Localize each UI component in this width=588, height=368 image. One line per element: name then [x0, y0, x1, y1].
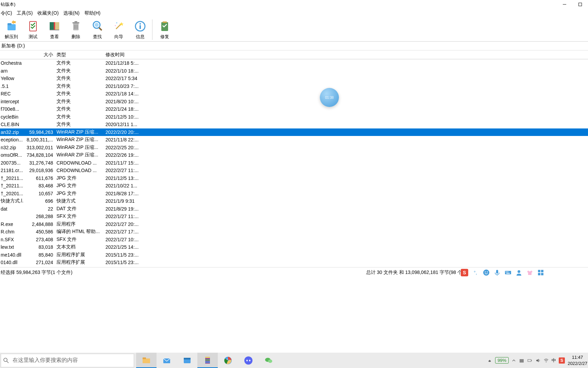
file-row[interactable]: .5.1文件夹2021/10/23 7:...: [0, 82, 588, 90]
task-explorer[interactable]: [136, 353, 157, 368]
status-left: 经选择 59,984,263 字节(1 个文件): [1, 270, 72, 276]
keyboard-icon[interactable]: [504, 269, 512, 276]
file-date: 2021/10/23 7:...: [104, 83, 145, 89]
file-size: 611,676: [24, 175, 55, 181]
status-bar: 经选择 59,984,263 字节(1 个文件) 总计 30 文件夹 和 13,…: [0, 267, 588, 277]
wifi-icon[interactable]: [543, 358, 549, 363]
file-row[interactable]: CLE.BIN文件夹2020/12/11 1...: [0, 121, 588, 128]
ime-indicator[interactable]: 中: [552, 357, 556, 364]
file-type: JPG 文件: [55, 175, 104, 181]
file-row[interactable]: f700e8...文件夹2022/1/24 18:...: [0, 105, 588, 113]
menu-options[interactable]: 选项(N): [63, 10, 79, 16]
file-row[interactable]: omsOfR...734,828,104WinRAR ZIP 压缩...2022…: [0, 151, 588, 159]
delete-button[interactable]: 删除: [65, 18, 86, 42]
clock[interactable]: 11:47 2022/2/27: [568, 354, 587, 367]
person-icon[interactable]: [515, 269, 523, 276]
search-placeholder: 在这里输入你要搜索的内容: [13, 357, 78, 364]
file-row[interactable]: †_20201...10,657JPG 文件2021/8/28 17:...: [0, 190, 588, 198]
floating-timer-widget[interactable]: 01:38: [320, 88, 339, 107]
svg-rect-7: [55, 22, 59, 30]
task-mail[interactable]: [157, 353, 177, 368]
file-row[interactable]: n32.zip313,002,011WinRAR ZIP 压缩...2022/2…: [0, 144, 588, 152]
menu-command[interactable]: 令(C): [1, 10, 12, 16]
grid-icon[interactable]: [537, 269, 544, 276]
extract-button[interactable]: 解压到: [1, 18, 22, 42]
ime-icon[interactable]: S: [559, 357, 565, 364]
menu-bar: 令(C) 工具(S) 收藏夹(O) 选项(N) 帮助(H): [0, 9, 588, 18]
info-label: 信息: [136, 34, 145, 40]
delete-icon: [69, 19, 83, 33]
file-row[interactable]: R.chm450,586编译的 HTML 帮助...2022/1/27 17:.…: [0, 228, 588, 236]
col-size[interactable]: 大小: [24, 52, 55, 58]
emoji-icon[interactable]: [483, 269, 490, 276]
col-date[interactable]: 修改时间: [104, 52, 145, 58]
repair-icon: [158, 19, 172, 33]
col-type[interactable]: 类型: [55, 52, 104, 58]
svg-rect-4: [30, 21, 36, 31]
svg-rect-42: [538, 273, 540, 275]
file-row[interactable]: 21181.cr...29,018,936CRDOWNLOAD ...2022/…: [0, 167, 588, 174]
file-row[interactable]: REC文件夹2022/1/18 14:...: [0, 90, 588, 98]
search-input[interactable]: 在这里输入你要搜索的内容: [1, 354, 134, 367]
file-row[interactable]: eception...8,100,311,...WinRAR ZIP 压缩...…: [0, 136, 588, 144]
test-button[interactable]: 测试: [22, 18, 44, 42]
menu-help[interactable]: 帮助(H): [84, 10, 100, 16]
repair-button[interactable]: 修复: [154, 18, 175, 42]
file-name: †_20211...: [0, 183, 24, 188]
file-row[interactable]: n.SFX273,408SFX 文件2022/1/27 10:...: [0, 236, 588, 244]
sogou-icon[interactable]: S: [461, 269, 468, 276]
svg-point-16: [95, 23, 99, 27]
file-row[interactable]: †_20211...611,676JPG 文件2021/12/5 13:...: [0, 174, 588, 182]
task-discord[interactable]: [238, 353, 259, 368]
view-button[interactable]: 查看: [44, 18, 65, 42]
task-winrar[interactable]: [197, 353, 218, 368]
file-row[interactable]: 0140.dll271,024应用程序扩展2015/11/5 23:...: [0, 259, 588, 266]
tray-app-icon[interactable]: [519, 358, 524, 363]
find-button[interactable]: 查找: [86, 18, 108, 42]
file-row[interactable]: Yellow文件夹2022/2/17 5:34: [0, 75, 588, 82]
file-row[interactable]: lew.txt83,018文本文档2022/1/25 14:...: [0, 243, 588, 251]
file-row[interactable]: 快捷方式.l...696快捷方式2021/1/9 9:31: [0, 197, 588, 205]
task-movies[interactable]: [177, 353, 197, 368]
battery-indicator[interactable]: 99%: [495, 357, 509, 364]
find-icon: [91, 19, 104, 33]
plug-icon[interactable]: [487, 358, 492, 363]
shirt-icon[interactable]: [526, 269, 534, 276]
file-row[interactable]: arn文件夹2022/1/10 18:...: [0, 67, 588, 75]
file-row[interactable]: intercept文件夹2021/8/20 10:...: [0, 98, 588, 106]
svg-rect-53: [205, 359, 210, 361]
menu-favorites[interactable]: 收藏夹(O): [37, 10, 59, 16]
task-chrome[interactable]: [218, 353, 238, 368]
file-name: CLE.BIN: [0, 122, 24, 127]
info-button[interactable]: 信息: [129, 18, 151, 42]
file-date: 2021/12/5 13:...: [104, 175, 145, 181]
speaker-icon[interactable]: [535, 358, 541, 363]
system-tray: 99% 中 S 11:47 2022/2/27: [487, 353, 588, 368]
file-row[interactable]: cycleBin文件夹2021/12/5 10:...: [0, 113, 588, 121]
file-row[interactable]: me140.dll85,840应用程序扩展2015/11/5 23:...: [0, 251, 588, 259]
file-row[interactable]: dat22DAT 文件2021/8/29 19:...: [0, 205, 588, 213]
file-row[interactable]: Orchestra文件夹2021/12/18 5:...: [0, 59, 588, 67]
mic-icon[interactable]: [493, 269, 501, 276]
task-wechat[interactable]: [259, 353, 279, 368]
wizard-button[interactable]: 向导: [108, 18, 129, 42]
svg-rect-11: [75, 21, 77, 22]
file-row[interactable]: †_20211...83,468JPG 文件2021/10/22 1...: [0, 182, 588, 190]
file-type: CRDOWNLOAD ...: [55, 168, 104, 173]
file-row[interactable]: 268,288SFX 文件2022/1/27 11:...: [0, 213, 588, 220]
file-row[interactable]: R.exe2,484,888应用程序2022/1/27 20:...: [0, 220, 588, 228]
minimize-button[interactable]: [557, 0, 572, 9]
file-size: 85,840: [24, 252, 55, 258]
file-date: 2022/1/25 14:...: [104, 244, 145, 250]
svg-point-62: [268, 359, 272, 363]
chevron-up-icon[interactable]: [511, 358, 516, 363]
file-row[interactable]: an32.zip59,984,263WinRAR ZIP 压缩...2022/2…: [0, 128, 588, 136]
title-bar: 钻版本): [0, 0, 588, 9]
battery-icon[interactable]: [527, 358, 533, 363]
file-size: 273,408: [24, 237, 55, 242]
maximize-button[interactable]: [572, 0, 588, 9]
address-bar[interactable]: 新加卷 (D:): [0, 42, 588, 50]
file-row[interactable]: 200735...31,276,748CRDOWNLOAD ...2021/11…: [0, 159, 588, 167]
menu-tools[interactable]: 工具(S): [17, 10, 33, 16]
punctuation-icon[interactable]: °,: [472, 269, 479, 276]
